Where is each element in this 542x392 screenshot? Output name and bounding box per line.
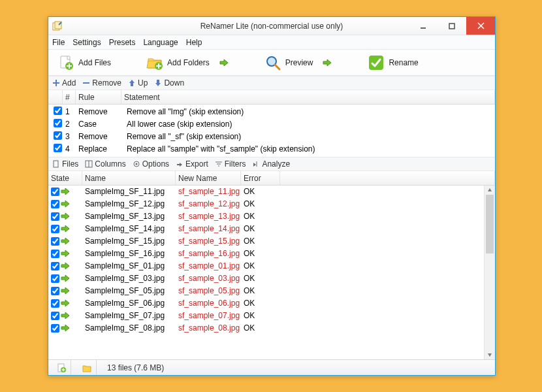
columns-icon (85, 160, 93, 168)
file-checkbox[interactable] (51, 250, 59, 258)
add-files-icon (57, 54, 74, 71)
file-row[interactable]: SampleImg_SF_03.jpgsf_sample_03.jpgOK (48, 272, 484, 285)
rules-header: # Rule Statement (48, 90, 495, 105)
file-newname: sf_sample_01.jpg (178, 261, 244, 270)
status-addfile-button[interactable] (52, 360, 71, 375)
rule-checkbox[interactable] (54, 106, 62, 115)
file-checkbox[interactable] (51, 312, 59, 320)
state-arrow-icon (61, 324, 70, 332)
file-checkbox[interactable] (51, 188, 59, 196)
vertical-scrollbar[interactable] (484, 186, 495, 359)
file-error: OK (244, 212, 283, 221)
rule-row[interactable]: 2CaseAll lower case (skip extension) (48, 118, 495, 130)
scroll-thumb[interactable] (486, 195, 494, 253)
file-row[interactable]: SampleImg_SF_12.jpgsf_sample_12.jpgOK (48, 198, 484, 210)
rule-row[interactable]: 4ReplaceReplace all "sample" with "sf_sa… (48, 142, 495, 155)
file-row[interactable]: SampleImg_SF_16.jpgsf_sample_16.jpgOK (48, 248, 484, 260)
file-checkbox[interactable] (51, 262, 59, 270)
file-row[interactable]: SampleImg_SF_08.jpgsf_sample_08.jpgOK (48, 322, 484, 335)
file-name: SampleImg_SF_06.jpg (85, 299, 178, 308)
rule-number: 3 (65, 132, 78, 141)
files-header-name[interactable]: Name (82, 171, 176, 185)
rule-row[interactable]: 1RemoveRemove all "Img" (skip extension) (48, 105, 495, 118)
state-arrow-icon (61, 287, 70, 295)
add-folders-button[interactable]: Add Folders (146, 54, 210, 71)
file-name: SampleImg_SF_05.jpg (85, 286, 178, 295)
scroll-down-icon[interactable] (485, 350, 495, 359)
file-row[interactable]: SampleImg_SF_15.jpgsf_sample_15.jpgOK (48, 235, 484, 248)
rule-type: Case (78, 120, 124, 129)
menu-help[interactable]: Help (186, 38, 202, 47)
arrow-icon (219, 57, 229, 68)
file-checkbox[interactable] (51, 237, 59, 246)
file-row[interactable]: SampleImg_SF_07.jpgsf_sample_07.jpgOK (48, 310, 484, 322)
file-checkbox[interactable] (51, 225, 59, 233)
file-checkbox[interactable] (51, 299, 59, 308)
state-arrow-icon (61, 237, 70, 245)
rename-label: Rename (389, 58, 418, 67)
file-row[interactable]: SampleImg_SF_06.jpgsf_sample_06.jpgOK (48, 297, 484, 310)
svg-rect-19 (54, 161, 58, 167)
state-arrow-icon (61, 312, 70, 319)
file-row[interactable]: SampleImg_SF_11.jpgsf_sample_11.jpgOK (48, 186, 484, 198)
files-tool-export[interactable]: Export (176, 159, 208, 169)
files-tool-analyze[interactable]: Analyze (252, 159, 290, 169)
preview-button[interactable]: Preview (264, 54, 313, 71)
file-newname: sf_sample_06.jpg (178, 299, 244, 308)
maximize-button[interactable] (438, 17, 466, 35)
rule-down-button[interactable]: Down (154, 78, 184, 88)
main-toolbar: Add Files Add Folders Preview Rena (48, 50, 495, 76)
file-checkbox[interactable] (51, 212, 59, 221)
menu-language[interactable]: Language (143, 38, 178, 47)
file-row[interactable]: SampleImg_SF_14.jpgsf_sample_14.jpgOK (48, 223, 484, 235)
file-newname: sf_sample_07.jpg (178, 311, 244, 320)
state-arrow-icon (61, 188, 70, 195)
rename-button[interactable]: Rename (368, 54, 418, 71)
status-addfolder-button[interactable] (78, 360, 97, 375)
files-header-error[interactable]: Error (241, 171, 280, 185)
scroll-up-icon[interactable] (485, 186, 495, 195)
rules-header-num[interactable]: # (63, 90, 76, 104)
file-name: SampleImg_SF_12.jpg (85, 199, 178, 208)
file-error: OK (244, 249, 283, 258)
rule-checkbox[interactable] (54, 131, 62, 140)
file-error: OK (244, 311, 283, 320)
files-tool-files[interactable]: Files (52, 159, 78, 169)
file-row[interactable]: SampleImg_SF_13.jpgsf_sample_13.jpgOK (48, 210, 484, 223)
file-row[interactable]: SampleImg_SF_01.jpgsf_sample_01.jpgOK (48, 260, 484, 272)
rules-header-rule[interactable]: Rule (76, 90, 121, 104)
files-header-state[interactable]: State (48, 171, 82, 185)
file-checkbox[interactable] (51, 287, 59, 295)
close-button[interactable] (466, 17, 495, 35)
file-name: SampleImg_SF_01.jpg (85, 261, 178, 270)
menu-settings[interactable]: Settings (72, 38, 101, 47)
files-tool-columns[interactable]: Columns (85, 159, 125, 169)
export-icon (176, 160, 183, 168)
rules-header-stmt[interactable]: Statement (121, 90, 495, 104)
minimize-button[interactable] (409, 17, 438, 35)
rule-number: 4 (65, 144, 78, 154)
rule-add-button[interactable]: Add (52, 78, 76, 88)
rule-checkbox[interactable] (54, 144, 62, 152)
file-row[interactable]: SampleImg_SF_05.jpgsf_sample_05.jpgOK (48, 285, 484, 297)
state-arrow-icon (61, 299, 70, 307)
rename-icon (368, 54, 385, 71)
file-checkbox[interactable] (51, 324, 59, 333)
add-files-button[interactable]: Add Files (57, 54, 111, 71)
menu-file[interactable]: File (52, 38, 65, 47)
files-tool-options[interactable]: Options (133, 159, 169, 169)
rule-up-button[interactable]: Up (128, 78, 148, 88)
file-checkbox[interactable] (51, 200, 59, 208)
rule-remove-button[interactable]: Remove (82, 78, 121, 88)
files-tool-filters[interactable]: Filters (215, 159, 246, 169)
menu-presets[interactable]: Presets (109, 38, 136, 47)
arrow-down-icon (154, 79, 162, 87)
state-arrow-icon (61, 274, 70, 282)
rule-row[interactable]: 3RemoveRemove all "_sf" (skip extension) (48, 130, 495, 142)
rule-statement: Remove all "_sf" (skip extension) (124, 132, 492, 141)
file-name: SampleImg_SF_15.jpg (85, 237, 178, 246)
file-name: SampleImg_SF_07.jpg (85, 311, 178, 320)
files-header-newname[interactable]: New Name (176, 171, 241, 185)
file-checkbox[interactable] (51, 274, 59, 283)
rule-checkbox[interactable] (54, 119, 62, 127)
